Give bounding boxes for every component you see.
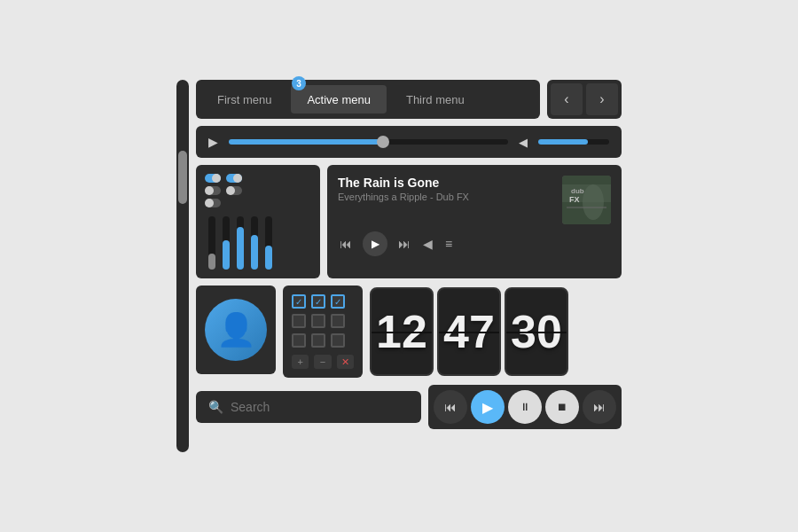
toggle-5[interactable] <box>205 199 221 207</box>
checkbox-3[interactable]: ✓ <box>331 294 345 309</box>
toggle-column-1 <box>205 174 221 207</box>
music-title: The Rain is Gone <box>338 176 562 190</box>
checkbox-9[interactable] <box>331 333 345 348</box>
toggle-2[interactable] <box>226 174 242 183</box>
nav-prev-button[interactable]: ‹ <box>551 83 583 115</box>
svg-text:FX: FX <box>569 195 580 204</box>
player-play-button[interactable]: ▶ <box>471 390 505 424</box>
tab-third-menu[interactable]: Third menu <box>390 85 481 113</box>
flip-clock: 12 47 30 <box>370 286 568 378</box>
checkbox-panel: ✓ ✓ ✓ + − ✕ <box>283 286 363 378</box>
ui-container: 3 First menu Active menu Third menu ‹ › … <box>159 62 639 470</box>
toggle-1[interactable] <box>205 174 221 183</box>
eq-bar-1[interactable] <box>208 216 215 270</box>
eq-fill-5 <box>265 246 272 270</box>
player-stop-button[interactable]: ⏹ <box>545 390 579 424</box>
player-bar: ▶ ◀ <box>196 126 622 158</box>
album-art-svg: dub FX <box>562 176 611 224</box>
bottom-controls-row: 👤 ✓ ✓ ✓ <box>196 286 622 378</box>
volume-bar[interactable] <box>538 139 609 145</box>
volume-icon: ◀ <box>519 136 528 149</box>
volume-fill <box>538 139 588 145</box>
player-pause-button[interactable]: ⏸ <box>508 390 542 424</box>
flip-minutes: 47 <box>437 287 501 376</box>
cb-actions: + − ✕ <box>292 355 354 369</box>
checkbox-4[interactable] <box>292 314 306 328</box>
notification-badge: 3 <box>292 76 306 90</box>
avatar-icon: 👤 <box>216 311 256 348</box>
search-controls-row: 🔍 ⏮ ▶ ⏸ ⏹ ⏭ <box>196 385 622 429</box>
music-subtitle: Everythings a Ripple - Dub FX <box>338 192 562 202</box>
svg-point-2 <box>583 184 604 220</box>
music-play-button[interactable]: ▶ <box>363 231 387 256</box>
eq-bar-4[interactable] <box>251 216 258 270</box>
vertical-scrollbar[interactable] <box>176 80 189 452</box>
music-playlist-button[interactable]: ≡ <box>443 235 454 253</box>
eq-bar-5[interactable] <box>265 216 272 270</box>
player-forward-button[interactable]: ⏭ <box>583 390 616 424</box>
flip-seconds: 30 <box>505 287 568 376</box>
eq-fill-4 <box>251 235 258 270</box>
album-art: dub FX <box>562 176 611 224</box>
music-player: The Rain is Gone Everythings a Ripple - … <box>327 165 622 278</box>
eq-fill-3 <box>237 227 244 270</box>
eq-fill-2 <box>223 240 230 270</box>
eq-bar-2[interactable] <box>223 216 230 270</box>
menu-tabs: 3 First menu Active menu Third menu <box>196 80 540 119</box>
cb-add-button[interactable]: + <box>292 355 309 369</box>
avatar: 👤 <box>205 299 267 361</box>
cb-edit-button[interactable]: − <box>314 355 331 369</box>
checkbox-1[interactable]: ✓ <box>292 294 306 309</box>
progress-fill <box>229 139 382 145</box>
middle-row: The Rain is Gone Everythings a Ripple - … <box>196 165 622 278</box>
main-content: 3 First menu Active menu Third menu ‹ › … <box>196 80 622 429</box>
search-input[interactable] <box>231 400 409 414</box>
checkbox-2[interactable]: ✓ <box>311 294 325 309</box>
svg-text:dub: dub <box>571 187 584 195</box>
cb-row-1: ✓ ✓ ✓ <box>292 294 354 309</box>
search-icon: 🔍 <box>208 400 223 414</box>
tab-active-menu[interactable]: Active menu <box>291 85 387 113</box>
eq-sliders <box>205 216 311 270</box>
toggle-column-2 <box>226 174 242 207</box>
flip-hours: 12 <box>370 287 434 376</box>
progress-thumb[interactable] <box>377 136 389 148</box>
cb-row-3 <box>292 333 354 348</box>
eq-bar-3[interactable] <box>237 216 244 270</box>
music-volume-button[interactable]: ◀ <box>421 235 434 253</box>
checkbox-6[interactable] <box>331 314 345 328</box>
search-bar: 🔍 <box>196 391 421 423</box>
tab-first-menu[interactable]: First menu <box>201 85 287 113</box>
music-forward-button[interactable]: ⏭ <box>396 235 412 253</box>
nav-next-button[interactable]: › <box>586 83 618 115</box>
music-text: The Rain is Gone Everythings a Ripple - … <box>338 176 562 202</box>
checkbox-7[interactable] <box>292 333 306 348</box>
checkbox-5[interactable] <box>311 314 325 328</box>
eq-toggles <box>205 174 311 207</box>
flip-minutes-value: 47 <box>443 309 495 355</box>
mini-play-button[interactable]: ▶ <box>208 135 218 149</box>
music-controls: ⏮ ▶ ⏭ ◀ ≡ <box>338 231 611 256</box>
menu-row: 3 First menu Active menu Third menu ‹ › <box>196 80 622 119</box>
player-controls: ⏮ ▶ ⏸ ⏹ ⏭ <box>428 385 622 429</box>
avatar-panel: 👤 <box>196 286 276 374</box>
toggle-3[interactable] <box>205 186 221 195</box>
nav-arrows: ‹ › <box>547 80 622 119</box>
flip-seconds-value: 30 <box>511 309 562 355</box>
player-rewind-button[interactable]: ⏮ <box>434 390 467 424</box>
music-info: The Rain is Gone Everythings a Ripple - … <box>338 176 611 224</box>
cb-row-2 <box>292 314 354 328</box>
scrollbar-thumb[interactable] <box>178 151 187 204</box>
toggle-4[interactable] <box>226 186 242 195</box>
cb-delete-button[interactable]: ✕ <box>337 355 354 369</box>
eq-fill-1 <box>208 254 215 270</box>
equalizer-panel <box>196 165 320 278</box>
checkbox-8[interactable] <box>311 333 325 348</box>
progress-bar[interactable] <box>229 139 508 145</box>
svg-rect-5 <box>567 207 606 208</box>
flip-hours-value: 12 <box>376 309 427 355</box>
music-rewind-button[interactable]: ⏮ <box>338 235 354 253</box>
